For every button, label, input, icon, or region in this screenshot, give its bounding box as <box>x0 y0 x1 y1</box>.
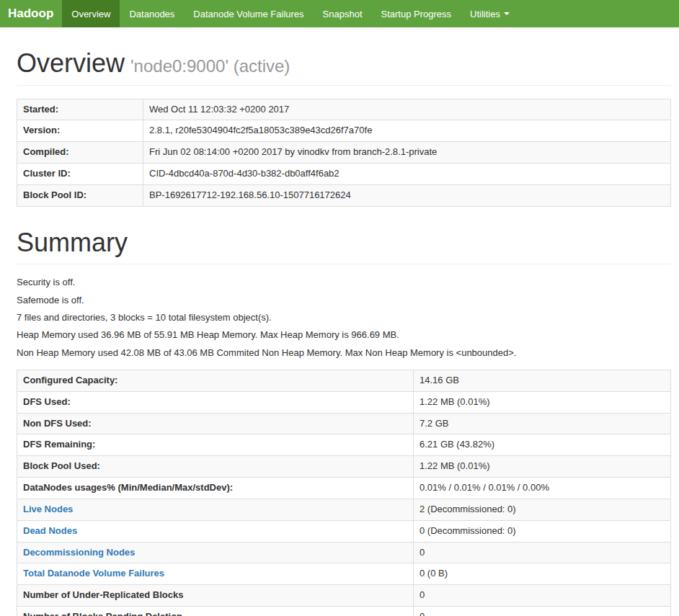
nav-item-utilities-label: Utilities <box>470 9 500 19</box>
row-block-pool-used-value: 1.22 MB (0.01%) <box>414 456 671 478</box>
row-compiled: Compiled: Fri Jun 02 08:14:00 +0200 2017… <box>17 142 671 164</box>
nav-item-utilities[interactable]: Utilities <box>461 0 519 27</box>
summary-security-status: Security is off. <box>17 277 671 287</box>
row-decommissioning-nodes-value: 0 <box>414 542 671 563</box>
row-cluster-id-value: CID-4dbcd40a-870d-4d30-b382-db0aff4f6ab2 <box>143 164 671 185</box>
page-title-text: Overview <box>17 48 125 78</box>
row-total-datanode-volume-failures-value: 0 (0 B) <box>414 563 671 585</box>
row-cluster-id: Cluster ID: CID-4dbcd40a-870d-4d30-b382-… <box>17 164 671 185</box>
row-dfs-used: DFS Used: 1.22 MB (0.01%) <box>17 391 671 413</box>
row-block-pool-id-value: BP-1692617712-192.168.56.10-150771617262… <box>143 184 671 206</box>
main-content: Overview'node0:9000' (active) Started: W… <box>17 49 671 616</box>
decommissioning-nodes-link[interactable]: Decommissioning Nodes <box>23 547 135 558</box>
row-started-label: Started: <box>17 99 143 120</box>
nav-menu: Overview Datanodes Datanode Volume Failu… <box>62 0 519 27</box>
row-blocks-pending-deletion-label: Number of Blocks Pending Deletion <box>17 607 414 616</box>
summary-safemode-status: Safemode is off. <box>17 295 671 305</box>
dead-nodes-link[interactable]: Dead Nodes <box>23 525 77 536</box>
summary-filesystem-objects: 7 files and directories, 3 blocks = 10 t… <box>17 313 671 323</box>
row-cluster-id-label: Cluster ID: <box>17 164 143 185</box>
row-dfs-used-value: 1.22 MB (0.01%) <box>414 391 671 413</box>
row-non-dfs-used-value: 7.2 GB <box>414 413 671 434</box>
total-datanode-volume-failures-link[interactable]: Total Datanode Volume Failures <box>23 568 164 579</box>
live-nodes-link[interactable]: Live Nodes <box>23 504 73 514</box>
row-block-pool-id: Block Pool ID: BP-1692617712-192.168.56.… <box>17 184 671 206</box>
navbar: Hadoop Overview Datanodes Datanode Volum… <box>0 0 679 27</box>
row-datanodes-usages-label: DataNodes usages% (Min/Median/Max/stdDev… <box>17 478 414 499</box>
row-dfs-remaining-label: DFS Remaining: <box>17 434 414 456</box>
row-non-dfs-used: Non DFS Used: 7.2 GB <box>17 413 671 434</box>
row-datanodes-usages: DataNodes usages% (Min/Median/Max/stdDev… <box>17 478 671 499</box>
row-block-pool-used: Block Pool Used: 1.22 MB (0.01%) <box>17 456 671 478</box>
row-version-value: 2.8.1, r20fe5304904fc2f5a18053c389e43cd2… <box>143 120 671 142</box>
nav-item-snapshot[interactable]: Snapshot <box>314 0 372 27</box>
page-subtitle: 'node0:9000' (active) <box>130 56 290 76</box>
summary-title: Summary <box>17 228 671 257</box>
summary-table: Configured Capacity: 14.16 GB DFS Used: … <box>17 370 671 616</box>
row-live-nodes-value: 2 (Decommissioned: 0) <box>414 499 671 520</box>
row-blocks-pending-deletion-value: 0 <box>414 607 671 616</box>
nav-item-overview[interactable]: Overview <box>62 0 120 27</box>
row-total-datanode-volume-failures: Total Datanode Volume Failures 0 (0 B) <box>17 563 671 585</box>
row-under-replicated-blocks: Number of Under-Replicated Blocks 0 <box>17 585 671 607</box>
row-dead-nodes-value: 0 (Decommissioned: 0) <box>414 520 671 542</box>
row-compiled-label: Compiled: <box>17 142 143 164</box>
nav-item-startup-progress[interactable]: Startup Progress <box>372 0 461 27</box>
row-block-pool-id-label: Block Pool ID: <box>17 184 143 206</box>
summary-paragraphs: Security is off. Safemode is off. 7 file… <box>17 277 671 357</box>
row-started-value: Wed Oct 11 12:03:32 +0200 2017 <box>143 99 671 120</box>
overview-table: Started: Wed Oct 11 12:03:32 +0200 2017 … <box>17 99 671 207</box>
row-dfs-remaining: DFS Remaining: 6.21 GB (43.82%) <box>17 434 671 456</box>
caret-down-icon <box>504 12 510 15</box>
row-dead-nodes: Dead Nodes 0 (Decommissioned: 0) <box>17 520 671 542</box>
row-started: Started: Wed Oct 11 12:03:32 +0200 2017 <box>17 99 671 120</box>
row-blocks-pending-deletion: Number of Blocks Pending Deletion 0 <box>17 607 671 616</box>
row-compiled-value: Fri Jun 02 08:14:00 +0200 2017 by vinodk… <box>143 142 671 164</box>
brand-hadoop[interactable]: Hadoop <box>0 0 62 27</box>
row-block-pool-used-label: Block Pool Used: <box>17 456 414 478</box>
row-under-replicated-blocks-value: 0 <box>414 585 671 607</box>
nav-item-datanodes[interactable]: Datanodes <box>120 0 184 27</box>
row-live-nodes: Live Nodes 2 (Decommissioned: 0) <box>17 499 671 520</box>
summary-heap-memory: Heap Memory used 36.96 MB of 55.91 MB He… <box>17 330 671 340</box>
overview-header: Overview'node0:9000' (active) <box>17 49 671 86</box>
row-under-replicated-blocks-label: Number of Under-Replicated Blocks <box>17 585 414 607</box>
summary-non-heap-memory: Non Heap Memory used 42.08 MB of 43.06 M… <box>17 348 671 358</box>
row-version-label: Version: <box>17 120 143 142</box>
row-non-dfs-used-label: Non DFS Used: <box>17 413 414 434</box>
row-dfs-remaining-value: 6.21 GB (43.82%) <box>414 434 671 456</box>
row-decommissioning-nodes: Decommissioning Nodes 0 <box>17 542 671 563</box>
row-configured-capacity-label: Configured Capacity: <box>17 370 414 391</box>
row-version: Version: 2.8.1, r20fe5304904fc2f5a18053c… <box>17 120 671 142</box>
nav-item-datanode-volume-failures[interactable]: Datanode Volume Failures <box>184 0 313 27</box>
row-datanodes-usages-value: 0.01% / 0.01% / 0.01% / 0.00% <box>414 478 671 499</box>
page-title: Overview'node0:9000' (active) <box>17 49 671 78</box>
row-dfs-used-label: DFS Used: <box>17 391 414 413</box>
summary-header: Summary <box>17 228 671 265</box>
row-configured-capacity-value: 14.16 GB <box>414 370 671 391</box>
row-configured-capacity: Configured Capacity: 14.16 GB <box>17 370 671 391</box>
